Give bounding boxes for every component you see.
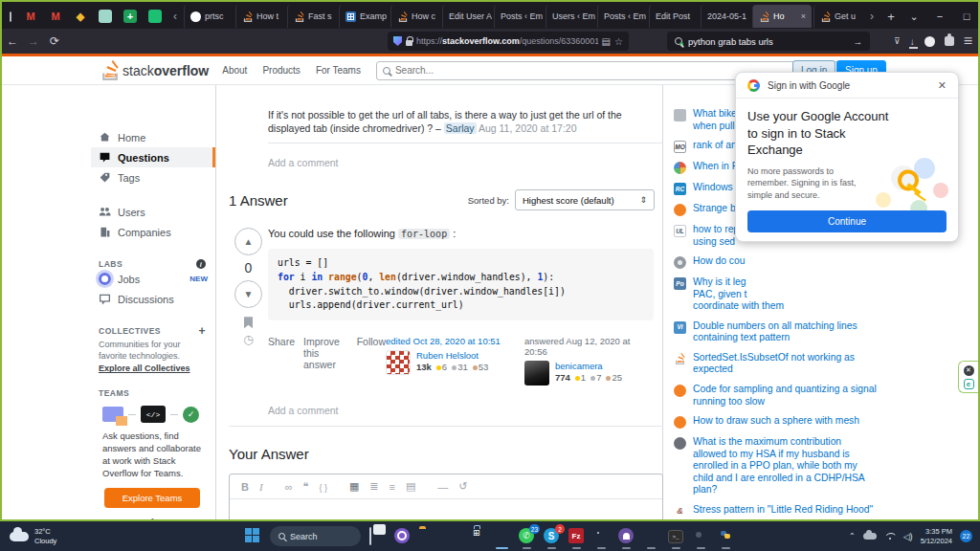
sidebar-item-companies[interactable]: Companies	[91, 222, 215, 242]
follow-link[interactable]: Follow	[357, 336, 386, 386]
downvote-button[interactable]: ▼	[234, 280, 262, 308]
forward-icon[interactable]: →	[23, 34, 44, 48]
store-button[interactable]	[469, 528, 485, 544]
blockquote-icon[interactable]	[302, 480, 308, 493]
continue-button[interactable]: Continue	[747, 210, 947, 232]
reader-view-icon[interactable]: ▤	[602, 36, 611, 47]
window-maximize-button[interactable]: □	[953, 5, 980, 28]
tab-users[interactable]: Users ‹ Em	[546, 5, 595, 28]
sidebar-item-questions[interactable]: Questions	[91, 147, 215, 167]
tab-scroll-right-icon[interactable]: ›	[865, 10, 879, 23]
nav-about[interactable]: About	[222, 65, 247, 76]
code-icon[interactable]	[319, 481, 327, 493]
nav-products[interactable]: Products	[262, 65, 300, 76]
menu-icon[interactable]: ≡	[964, 33, 972, 50]
sidebar-item-discussions[interactable]: Discussions	[91, 289, 215, 309]
tab-get-url[interactable]: Get u	[813, 5, 863, 28]
gitkraken-button[interactable]	[618, 528, 635, 544]
close-tab-icon[interactable]: ×	[801, 11, 806, 21]
firefox-button[interactable]	[494, 528, 510, 544]
tab-how-2[interactable]: How c	[390, 5, 440, 28]
hot-question[interactable]: What is the maximum contribution allowed…	[674, 436, 877, 496]
file-explorer-button[interactable]	[419, 528, 435, 544]
new-tab-button[interactable]: +	[880, 7, 902, 26]
weather-widget[interactable]: 32°CCloudy	[0, 527, 56, 546]
history-icon[interactable]: ◷	[243, 333, 253, 346]
ordered-list-icon[interactable]	[369, 480, 378, 493]
tab-how-1[interactable]: How t	[235, 5, 285, 28]
info-icon[interactable]: i	[196, 259, 206, 269]
hot-question[interactable]: SortedSet.IsSubsetOf not working as expe…	[674, 352, 877, 376]
pinned-tab-binance[interactable]: ◆	[69, 6, 92, 27]
list-tabs-icon[interactable]: ⌄	[903, 7, 924, 26]
vscode-button[interactable]	[643, 528, 659, 544]
window-minimize-button[interactable]: −	[926, 5, 953, 28]
link-icon[interactable]	[285, 481, 293, 493]
start-button[interactable]	[245, 528, 261, 544]
close-icon[interactable]: ✕	[964, 365, 974, 376]
close-icon[interactable]: ✕	[938, 79, 947, 92]
sort-select[interactable]: Highest score (default)	[515, 189, 655, 210]
tab-prtsc[interactable]: prtsc	[184, 5, 234, 28]
reload-icon[interactable]: ⟳	[44, 34, 65, 48]
tab-active-how-to-detect[interactable]: Ho×	[752, 5, 812, 28]
undo-icon[interactable]	[458, 480, 467, 493]
taskbar-search[interactable]: Search	[270, 526, 361, 546]
add-collective-icon[interactable]: +	[198, 324, 206, 338]
terminal-button[interactable]: >_	[668, 528, 684, 544]
tab-posts-2[interactable]: Posts ‹ Em	[597, 5, 647, 28]
downloads-icon[interactable]: ↓	[910, 36, 915, 47]
hot-question[interactable]: How to draw such a sphere with mesh	[674, 415, 877, 429]
tab-fast[interactable]: Fast s	[287, 5, 337, 28]
answer-editor[interactable]	[229, 474, 663, 521]
code-block[interactable]: urls = []for i in range(0, len(driver.wi…	[268, 249, 654, 320]
tab-scroll-left-icon[interactable]: ‹	[168, 10, 182, 23]
pocket-icon[interactable]: ⊽	[894, 36, 901, 46]
tray-expand-icon[interactable]: ⌃	[849, 532, 856, 540]
tab-example[interactable]: Examp	[339, 5, 389, 28]
sidebar-item-jobs[interactable]: JobsNEW	[91, 269, 215, 289]
nav-for-teams[interactable]: For Teams	[316, 65, 361, 76]
whatsapp-button[interactable]: ✆23	[519, 528, 535, 544]
image-icon[interactable]	[349, 480, 359, 493]
add-comment-link[interactable]: Add a comment	[268, 405, 662, 416]
hot-question[interactable]: PoWhy is it leg PAC, given t coordinate …	[674, 276, 877, 313]
python-app-button[interactable]	[718, 528, 734, 544]
volume-icon[interactable]: ◁)	[903, 532, 913, 541]
explore-collectives-link[interactable]: Explore all Collectives	[91, 364, 190, 373]
address-bar[interactable]: https://stackoverflow.com/questions/6336…	[388, 32, 629, 51]
improve-answer-link[interactable]: Improve this answer	[303, 336, 348, 386]
table-icon[interactable]	[406, 480, 415, 493]
pinned-tab-gmail-1[interactable]: M	[19, 6, 42, 27]
tab-edit-user[interactable]: Edit User A	[442, 5, 492, 28]
tab-date[interactable]: 2024-05-1	[701, 5, 750, 28]
browser-search-bar[interactable]: python grab tabs urls →	[667, 32, 870, 51]
firefox-view-icon[interactable]	[10, 11, 11, 22]
explore-teams-button[interactable]: Explore Teams	[104, 488, 200, 508]
wifi-icon[interactable]	[884, 533, 896, 540]
italic-icon[interactable]	[259, 481, 263, 493]
user-link[interactable]: Ruben Helsloot	[416, 350, 488, 361]
sidebar-item-home[interactable]: Home	[91, 127, 215, 147]
tab-posts-1[interactable]: Posts ‹ Em	[494, 5, 544, 28]
share-link[interactable]: Share	[268, 336, 295, 386]
edited-date-link[interactable]: edited Oct 28, 2020 at 10:51	[386, 336, 515, 346]
extension-e-icon[interactable]: e	[964, 379, 974, 389]
filezilla-button[interactable]: Fz	[568, 528, 585, 544]
extensions-icon[interactable]	[945, 36, 954, 46]
bold-icon[interactable]	[241, 481, 249, 493]
go-arrow-icon[interactable]: →	[854, 36, 863, 47]
hot-question[interactable]: How do cou	[674, 255, 877, 269]
onedrive-icon[interactable]	[863, 533, 877, 540]
notification-count-badge[interactable]: 22	[960, 530, 972, 542]
stackoverflow-logo[interactable]: stackoverflow	[101, 60, 209, 80]
sidebar-item-tags[interactable]: Tags	[91, 167, 215, 187]
add-comment-link[interactable]: Add a comment	[268, 157, 662, 168]
unordered-list-icon[interactable]	[390, 481, 395, 493]
bookmark-star-icon[interactable]: ☆	[614, 36, 623, 47]
hot-question[interactable]: Code for sampling and quantizing a signa…	[674, 384, 877, 408]
postgres-button[interactable]	[693, 528, 709, 544]
horizontal-rule-icon[interactable]	[437, 481, 448, 493]
hot-question[interactable]: ViDouble numbers on all matching lines c…	[674, 320, 877, 344]
bookmark-icon[interactable]	[244, 317, 253, 328]
